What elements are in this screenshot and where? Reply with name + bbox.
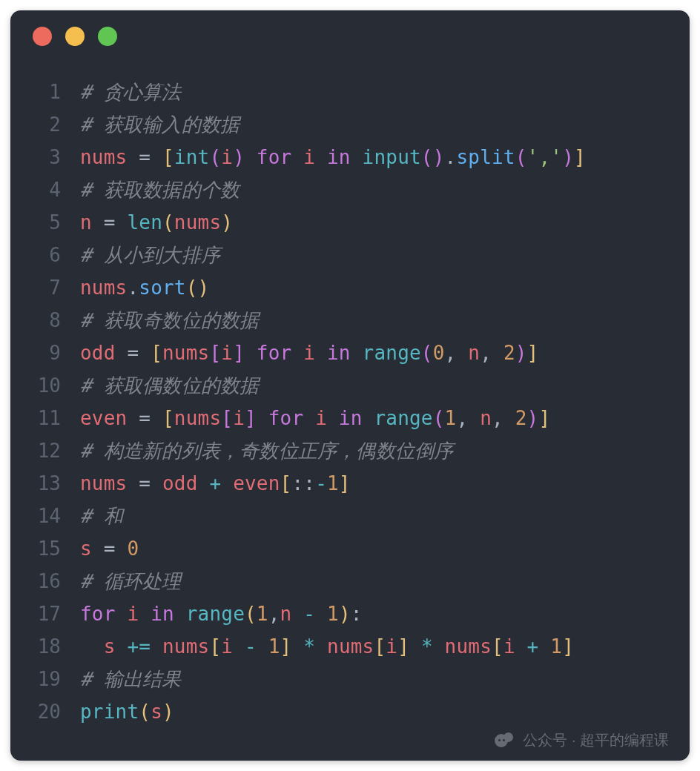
- code-token: in: [151, 603, 174, 625]
- window-minimize-dot[interactable]: [65, 27, 85, 46]
- code-token: [: [151, 342, 162, 364]
- code-token: ,: [445, 342, 469, 364]
- code-token: -: [315, 472, 327, 494]
- code-token: print: [80, 701, 139, 723]
- code-token: 2: [503, 342, 515, 364]
- code-token: [257, 635, 268, 658]
- line-number: 11: [10, 402, 80, 434]
- watermark: 公众号 · 超平的编程课: [495, 730, 669, 750]
- line-number: 9: [10, 337, 80, 369]
- code-token: (: [515, 146, 527, 168]
- code-token: range: [186, 603, 245, 625]
- code-token: for: [80, 603, 116, 625]
- code-token: [291, 603, 303, 625]
- code-token: s: [80, 537, 92, 560]
- code-token: [116, 537, 128, 560]
- code-token: +: [527, 635, 539, 658]
- code-token: [315, 342, 327, 364]
- code-token: n: [280, 603, 292, 625]
- code-token: (: [245, 603, 257, 625]
- code-token: ): [562, 146, 574, 168]
- code-token: [315, 603, 327, 625]
- code-token: in: [327, 146, 351, 168]
- code-token: i: [303, 342, 315, 364]
- code-content: # 获取数据的个数: [80, 173, 240, 206]
- code-token: ]: [245, 407, 257, 429]
- code-token: nums: [174, 211, 221, 234]
- code-token: even: [233, 472, 280, 494]
- code-token: [127, 146, 139, 168]
- code-token: [: [162, 407, 174, 429]
- code-line: 14# 和: [10, 500, 690, 532]
- line-number: 1: [10, 76, 80, 108]
- code-line: 12# 构造新的列表，奇数位正序，偶数位倒序: [10, 434, 690, 467]
- code-token: [151, 146, 162, 168]
- code-token: :: [303, 472, 315, 494]
- code-token: i: [233, 407, 245, 429]
- code-token: 1: [257, 603, 268, 625]
- line-number: 7: [10, 271, 80, 304]
- code-token: :: [291, 472, 303, 494]
- code-token: # 和: [80, 505, 123, 527]
- code-line: 10# 获取偶数位的数据: [10, 369, 690, 402]
- code-token: even: [80, 407, 127, 429]
- code-token: [151, 472, 162, 494]
- code-token: len: [127, 211, 162, 234]
- code-token: # 获取奇数位的数据: [80, 309, 259, 331]
- code-token: # 输出结果: [80, 668, 182, 690]
- code-token: nums: [80, 277, 127, 299]
- window-zoom-dot[interactable]: [98, 27, 117, 46]
- code-token: [315, 635, 327, 658]
- code-token: # 贪心算法: [80, 81, 182, 103]
- code-token: -: [245, 635, 257, 658]
- code-token: [127, 407, 139, 429]
- code-line: 19# 输出结果: [10, 663, 690, 695]
- code-token: [127, 472, 139, 494]
- code-token: 1: [550, 635, 562, 658]
- code-token: i: [386, 635, 397, 658]
- code-content: # 从小到大排序: [80, 239, 220, 271]
- code-line: 6# 从小到大排序: [10, 239, 690, 271]
- code-token: ,: [268, 603, 280, 625]
- code-token: # 构造新的列表，奇数位正序，偶数位倒序: [80, 440, 453, 462]
- code-token: [: [374, 635, 386, 658]
- code-token: =: [104, 211, 116, 234]
- code-content: # 获取偶数位的数据: [80, 369, 259, 402]
- code-token: s: [104, 635, 116, 658]
- code-content: # 获取奇数位的数据: [80, 304, 259, 337]
- code-token: [92, 211, 104, 234]
- line-number: 20: [10, 695, 80, 728]
- code-token: [291, 342, 303, 364]
- code-token: ): [233, 146, 245, 168]
- line-number: 3: [10, 141, 80, 173]
- code-token: 2: [515, 407, 527, 429]
- code-line: 4# 获取数据的个数: [10, 173, 690, 206]
- code-token: ]: [527, 342, 539, 364]
- code-token: [245, 342, 257, 364]
- code-token: [116, 211, 128, 234]
- code-token: [116, 603, 128, 625]
- code-token: [351, 342, 363, 364]
- code-token: [315, 146, 327, 168]
- code-token: in: [327, 342, 351, 364]
- code-token: =: [127, 342, 139, 364]
- code-token: *: [421, 635, 433, 658]
- code-token: (: [162, 211, 174, 234]
- code-token: (: [421, 342, 433, 364]
- code-content: nums = odd + even[::-1]: [80, 467, 351, 500]
- code-token: 1: [268, 635, 280, 658]
- code-line: 13nums = odd + even[::-1]: [10, 467, 690, 500]
- code-token: [538, 635, 550, 658]
- code-line: 7nums.sort(): [10, 271, 690, 304]
- code-token: 1: [327, 472, 339, 494]
- window-close-dot[interactable]: [33, 27, 52, 46]
- code-line: 9odd = [nums[i] for i in range(0, n, 2)]: [10, 337, 690, 369]
- code-content: for i in range(1,n - 1):: [80, 598, 363, 630]
- code-content: even = [nums[i] for i in range(1, n, 2)]: [80, 402, 550, 434]
- code-token: i: [315, 407, 327, 429]
- code-token: .: [445, 146, 457, 168]
- code-token: (: [433, 407, 445, 429]
- code-token: [363, 407, 374, 429]
- code-token: for: [257, 342, 292, 364]
- code-token: .: [127, 277, 139, 299]
